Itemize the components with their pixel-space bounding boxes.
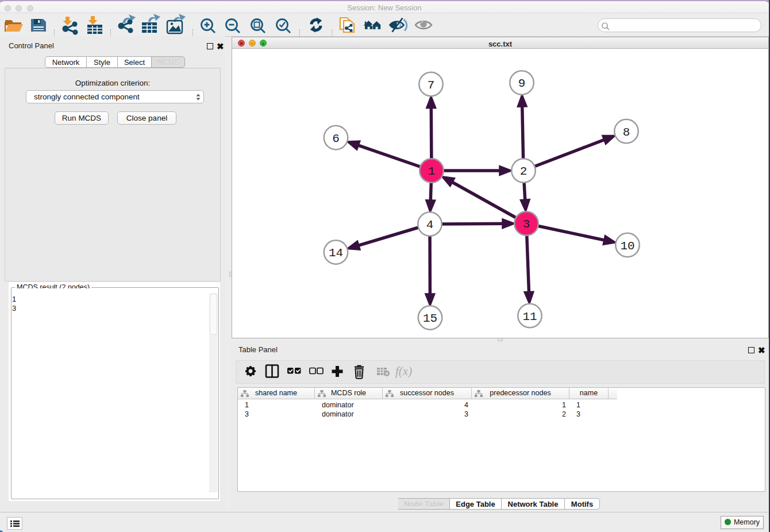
svg-text:f(x): f(x) xyxy=(395,364,412,378)
